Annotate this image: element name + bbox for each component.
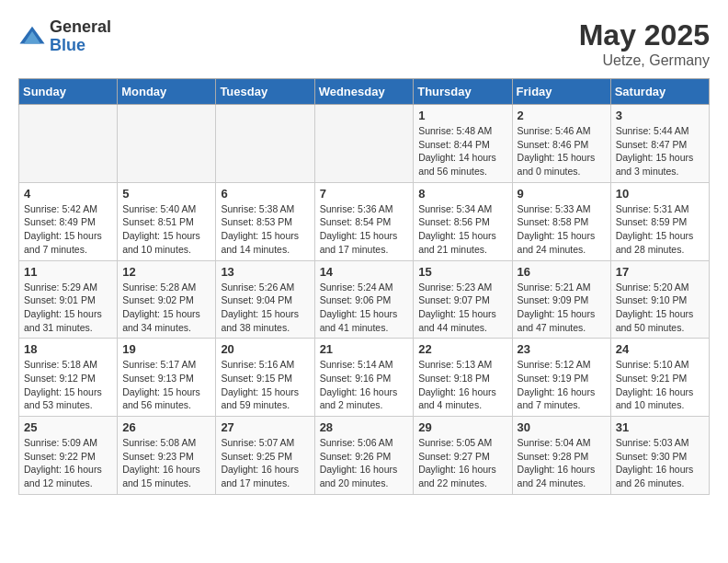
- day-number: 22: [418, 342, 506, 356]
- calendar-cell: 27Sunrise: 5:07 AM Sunset: 9:25 PM Dayli…: [216, 417, 314, 495]
- day-info: Sunrise: 5:05 AM Sunset: 9:27 PM Dayligh…: [418, 436, 506, 490]
- calendar-table: SundayMondayTuesdayWednesdayThursdayFrid…: [18, 78, 710, 495]
- day-info: Sunrise: 5:26 AM Sunset: 9:04 PM Dayligh…: [221, 281, 309, 335]
- day-info: Sunrise: 5:46 AM Sunset: 8:46 PM Dayligh…: [518, 124, 606, 178]
- calendar-cell: 2Sunrise: 5:46 AM Sunset: 8:46 PM Daylig…: [512, 105, 610, 183]
- calendar-cell: 29Sunrise: 5:05 AM Sunset: 9:27 PM Dayli…: [414, 417, 512, 495]
- day-number: 2: [518, 109, 606, 122]
- calendar-cell: 15Sunrise: 5:23 AM Sunset: 9:07 PM Dayli…: [414, 260, 512, 339]
- day-number: 31: [616, 420, 704, 434]
- calendar-cell: 18Sunrise: 5:18 AM Sunset: 9:12 PM Dayli…: [19, 339, 118, 417]
- calendar-cell: 28Sunrise: 5:06 AM Sunset: 9:26 PM Dayli…: [314, 417, 414, 495]
- day-number: 13: [221, 265, 309, 279]
- location: Uetze, Germany: [579, 52, 710, 69]
- day-info: Sunrise: 5:09 AM Sunset: 9:22 PM Dayligh…: [24, 436, 112, 490]
- day-number: 7: [320, 187, 409, 201]
- day-info: Sunrise: 5:21 AM Sunset: 9:09 PM Dayligh…: [518, 281, 606, 335]
- day-number: 26: [122, 420, 210, 434]
- calendar-cell: 25Sunrise: 5:09 AM Sunset: 9:22 PM Dayli…: [19, 417, 118, 495]
- day-number: 18: [24, 342, 112, 356]
- day-number: 4: [24, 187, 112, 201]
- calendar-cell: 17Sunrise: 5:20 AM Sunset: 9:10 PM Dayli…: [610, 260, 709, 339]
- day-info: Sunrise: 5:29 AM Sunset: 9:01 PM Dayligh…: [24, 281, 112, 335]
- day-info: Sunrise: 5:28 AM Sunset: 9:02 PM Dayligh…: [122, 281, 210, 335]
- day-info: Sunrise: 5:24 AM Sunset: 9:06 PM Dayligh…: [320, 281, 409, 335]
- calendar-cell: [118, 105, 216, 183]
- day-number: 30: [518, 420, 606, 434]
- logo-text: General Blue: [50, 18, 111, 55]
- calendar-week-row: 11Sunrise: 5:29 AM Sunset: 9:01 PM Dayli…: [19, 260, 710, 339]
- day-info: Sunrise: 5:13 AM Sunset: 9:18 PM Dayligh…: [418, 358, 506, 412]
- day-number: 11: [24, 265, 112, 279]
- calendar-week-row: 25Sunrise: 5:09 AM Sunset: 9:22 PM Dayli…: [19, 417, 710, 495]
- day-number: 20: [221, 342, 309, 356]
- calendar-week-row: 1Sunrise: 5:48 AM Sunset: 8:44 PM Daylig…: [19, 105, 710, 183]
- weekday-header-wednesday: Wednesday: [314, 79, 414, 105]
- day-info: Sunrise: 5:07 AM Sunset: 9:25 PM Dayligh…: [221, 436, 309, 490]
- day-number: 24: [616, 342, 704, 356]
- day-number: 8: [418, 187, 506, 201]
- day-number: 27: [221, 420, 309, 434]
- calendar-cell: 1Sunrise: 5:48 AM Sunset: 8:44 PM Daylig…: [414, 105, 512, 183]
- page-header: General Blue May 2025 Uetze, Germany: [18, 18, 710, 69]
- month-title: May 2025: [579, 18, 710, 52]
- logo-general-text: General: [50, 18, 111, 37]
- day-number: 28: [320, 420, 409, 434]
- day-info: Sunrise: 5:08 AM Sunset: 9:23 PM Dayligh…: [122, 436, 210, 490]
- day-info: Sunrise: 5:36 AM Sunset: 8:54 PM Dayligh…: [320, 202, 409, 257]
- day-info: Sunrise: 5:38 AM Sunset: 8:53 PM Dayligh…: [221, 202, 309, 257]
- day-info: Sunrise: 5:31 AM Sunset: 8:59 PM Dayligh…: [616, 202, 704, 257]
- day-number: 9: [518, 187, 606, 201]
- day-number: 5: [122, 187, 210, 201]
- day-info: Sunrise: 5:17 AM Sunset: 9:13 PM Dayligh…: [122, 358, 210, 412]
- calendar-cell: 20Sunrise: 5:16 AM Sunset: 9:15 PM Dayli…: [216, 339, 314, 417]
- day-info: Sunrise: 5:14 AM Sunset: 9:16 PM Dayligh…: [320, 358, 409, 412]
- calendar-cell: 7Sunrise: 5:36 AM Sunset: 8:54 PM Daylig…: [314, 182, 414, 260]
- day-number: 1: [418, 109, 506, 122]
- day-info: Sunrise: 5:34 AM Sunset: 8:56 PM Dayligh…: [418, 202, 506, 257]
- day-number: 17: [616, 265, 704, 279]
- calendar-week-row: 18Sunrise: 5:18 AM Sunset: 9:12 PM Dayli…: [19, 339, 710, 417]
- title-block: May 2025 Uetze, Germany: [579, 18, 710, 69]
- calendar-cell: 11Sunrise: 5:29 AM Sunset: 9:01 PM Dayli…: [19, 260, 118, 339]
- calendar-cell: 24Sunrise: 5:10 AM Sunset: 9:21 PM Dayli…: [610, 339, 709, 417]
- day-info: Sunrise: 5:04 AM Sunset: 9:28 PM Dayligh…: [518, 436, 606, 490]
- calendar-cell: 3Sunrise: 5:44 AM Sunset: 8:47 PM Daylig…: [610, 105, 709, 183]
- calendar-cell: 9Sunrise: 5:33 AM Sunset: 8:58 PM Daylig…: [512, 182, 610, 260]
- day-info: Sunrise: 5:20 AM Sunset: 9:10 PM Dayligh…: [616, 281, 704, 335]
- weekday-header-row: SundayMondayTuesdayWednesdayThursdayFrid…: [19, 79, 710, 105]
- day-info: Sunrise: 5:12 AM Sunset: 9:19 PM Dayligh…: [518, 358, 606, 412]
- calendar-cell: 30Sunrise: 5:04 AM Sunset: 9:28 PM Dayli…: [512, 417, 610, 495]
- calendar-cell: 21Sunrise: 5:14 AM Sunset: 9:16 PM Dayli…: [314, 339, 414, 417]
- calendar-cell: 14Sunrise: 5:24 AM Sunset: 9:06 PM Dayli…: [314, 260, 414, 339]
- day-number: 6: [221, 187, 309, 201]
- calendar-cell: 19Sunrise: 5:17 AM Sunset: 9:13 PM Dayli…: [118, 339, 216, 417]
- calendar-cell: 16Sunrise: 5:21 AM Sunset: 9:09 PM Dayli…: [512, 260, 610, 339]
- day-info: Sunrise: 5:03 AM Sunset: 9:30 PM Dayligh…: [616, 436, 704, 490]
- day-info: Sunrise: 5:18 AM Sunset: 9:12 PM Dayligh…: [24, 358, 112, 412]
- day-info: Sunrise: 5:10 AM Sunset: 9:21 PM Dayligh…: [616, 358, 704, 412]
- calendar-cell: 22Sunrise: 5:13 AM Sunset: 9:18 PM Dayli…: [414, 339, 512, 417]
- day-info: Sunrise: 5:44 AM Sunset: 8:47 PM Dayligh…: [616, 124, 704, 178]
- day-number: 12: [122, 265, 210, 279]
- weekday-header-monday: Monday: [118, 79, 216, 105]
- weekday-header-sunday: Sunday: [19, 79, 118, 105]
- weekday-header-saturday: Saturday: [610, 79, 709, 105]
- logo-blue-text: Blue: [50, 37, 111, 55]
- day-number: 25: [24, 420, 112, 434]
- calendar-cell: 5Sunrise: 5:40 AM Sunset: 8:51 PM Daylig…: [118, 182, 216, 260]
- day-info: Sunrise: 5:06 AM Sunset: 9:26 PM Dayligh…: [320, 436, 409, 490]
- day-info: Sunrise: 5:23 AM Sunset: 9:07 PM Dayligh…: [418, 281, 506, 335]
- calendar-cell: 8Sunrise: 5:34 AM Sunset: 8:56 PM Daylig…: [414, 182, 512, 260]
- day-number: 29: [418, 420, 506, 434]
- day-number: 16: [518, 265, 606, 279]
- day-info: Sunrise: 5:42 AM Sunset: 8:49 PM Dayligh…: [24, 202, 112, 257]
- day-info: Sunrise: 5:48 AM Sunset: 8:44 PM Dayligh…: [418, 124, 506, 178]
- calendar-cell: 4Sunrise: 5:42 AM Sunset: 8:49 PM Daylig…: [19, 182, 118, 260]
- calendar-cell: 26Sunrise: 5:08 AM Sunset: 9:23 PM Dayli…: [118, 417, 216, 495]
- weekday-header-thursday: Thursday: [414, 79, 512, 105]
- calendar-cell: 31Sunrise: 5:03 AM Sunset: 9:30 PM Dayli…: [610, 417, 709, 495]
- day-number: 3: [616, 109, 704, 122]
- day-number: 14: [320, 265, 409, 279]
- day-info: Sunrise: 5:16 AM Sunset: 9:15 PM Dayligh…: [221, 358, 309, 412]
